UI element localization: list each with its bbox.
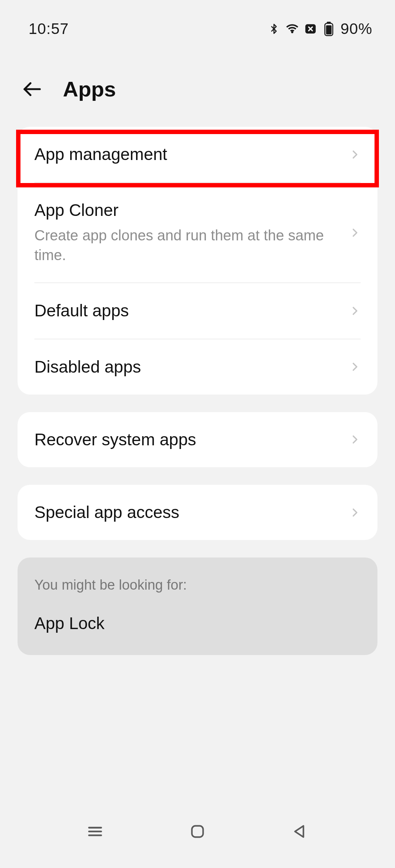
row-title: Special app access (34, 502, 340, 522)
status-bar: 10:57 9 (0, 0, 395, 44)
status-right: 90% (267, 20, 372, 38)
row-app-management[interactable]: App management (18, 127, 377, 182)
svg-marker-9 (295, 826, 304, 837)
page-title: Apps (63, 77, 116, 101)
chevron-right-icon (349, 302, 361, 320)
battery-icon (322, 22, 335, 35)
svg-rect-8 (192, 826, 203, 837)
settings-group-3: Special app access (18, 485, 377, 540)
chevron-right-icon (349, 146, 361, 163)
chevron-right-icon (349, 504, 361, 521)
nav-recents-button[interactable] (84, 821, 106, 842)
battery-percent: 90% (341, 20, 372, 38)
bluetooth-icon (267, 22, 281, 35)
navigation-bar (0, 810, 395, 868)
row-title: App management (34, 144, 340, 164)
chevron-right-icon (349, 224, 361, 241)
suggestion-hint: You might be looking for: (34, 577, 361, 593)
row-title: App Cloner (34, 200, 340, 220)
page-header: Apps (0, 44, 395, 127)
settings-group-2: Recover system apps (18, 412, 377, 467)
row-disabled-apps[interactable]: Disabled apps (18, 339, 377, 395)
row-title: Default apps (34, 301, 340, 321)
nav-home-button[interactable] (187, 821, 208, 842)
chevron-right-icon (349, 431, 361, 448)
row-title: Recover system apps (34, 430, 340, 450)
suggestion-card: You might be looking for: App Lock (18, 557, 377, 655)
row-title: Disabled apps (34, 357, 340, 377)
settings-group-1: App management App Cloner Create app clo… (18, 127, 377, 395)
svg-rect-3 (326, 25, 331, 34)
wifi-icon (286, 22, 299, 35)
row-default-apps[interactable]: Default apps (18, 283, 377, 338)
suggestion-title: App Lock (34, 613, 361, 633)
suggestion-item-app-lock[interactable]: App Lock (34, 613, 361, 633)
close-box-icon (304, 22, 317, 35)
row-special-app-access[interactable]: Special app access (18, 485, 377, 540)
back-button[interactable] (22, 79, 42, 99)
row-app-cloner[interactable]: App Cloner Create app clones and run the… (18, 183, 377, 282)
nav-back-button[interactable] (289, 821, 311, 842)
row-subtitle: Create app clones and run them at the sa… (34, 225, 340, 265)
status-time: 10:57 (29, 20, 69, 38)
chevron-right-icon (349, 358, 361, 376)
row-recover-system-apps[interactable]: Recover system apps (18, 412, 377, 467)
